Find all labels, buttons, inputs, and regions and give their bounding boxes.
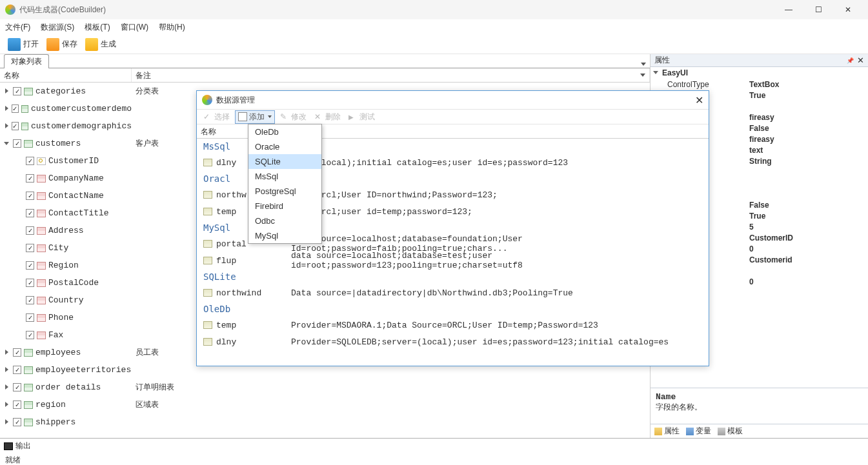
checkbox[interactable] [13,348,21,357]
menu-item-postgresql[interactable]: PostgreSql [248,184,321,199]
menu-file[interactable]: 文件(F) [5,22,30,33]
checkbox[interactable] [13,139,21,148]
expand-icon[interactable] [4,88,10,95]
maximize-button[interactable]: ☐ [803,0,833,19]
checkbox[interactable] [26,157,34,165]
expand-icon[interactable] [4,367,10,373]
checkbox[interactable] [13,418,21,426]
property-value: False [749,201,868,210]
check-icon [203,112,212,121]
connection-string: urce=orcl;user id=temp;password=123; [287,207,709,217]
select-button[interactable]: 选择 [201,111,232,123]
add-dropdown-menu: OleDbOracleSQLiteMsSqlPostgreSqlFirebird… [248,124,322,244]
column-icon [37,175,46,183]
datasource-name: northw [216,190,247,200]
modal-column-conn [287,124,709,138]
object-list-tab[interactable]: 对象列表 [4,54,49,68]
table-name: customers [35,139,81,148]
menu-template[interactable]: 模板(T) [85,22,110,33]
tab-templates[interactable]: 模板 [718,426,743,437]
delete-button[interactable]: 删除 [312,111,343,123]
menu-window[interactable]: 窗口(W) [121,22,148,33]
pin-icon[interactable] [847,55,853,62]
table-icon [24,401,33,409]
column-icon [37,192,46,200]
table-name: region [35,400,66,410]
checkbox[interactable] [26,296,34,304]
table-icon [24,88,33,95]
property-row[interactable]: ControlTypeTextBox [651,79,868,90]
checkbox[interactable] [26,192,34,200]
property-value: 5 [749,223,868,232]
checkbox[interactable] [13,383,21,391]
expand-icon[interactable] [653,70,660,76]
output-bar[interactable]: 输出 [0,438,868,453]
checkbox[interactable] [26,244,34,252]
datasource-row[interactable]: northwindData source=|datadirectory|db\N… [197,284,709,301]
expand-icon[interactable] [4,141,10,147]
open-button[interactable]: 打开 [5,37,41,52]
database-icon [203,257,212,264]
tab-dropdown-icon[interactable] [641,63,646,66]
variables-icon [686,428,694,435]
expand-icon[interactable] [4,384,10,391]
checkbox[interactable] [26,313,34,322]
column-name[interactable]: 名称 [0,68,132,82]
panel-close-icon[interactable]: ✕ [857,55,864,65]
checkbox[interactable] [13,87,21,95]
datasource-row[interactable]: flupdata source=localhost;database=test;… [197,252,709,269]
database-icon [203,159,212,166]
edit-button[interactable]: 修改 [278,111,309,123]
property-value: fireasy [749,135,868,144]
checkbox[interactable] [26,209,34,217]
table-row[interactable]: shippers [0,413,650,431]
checkbox[interactable] [12,104,19,113]
checkbox[interactable] [26,331,34,339]
checkbox[interactable] [26,226,34,235]
table-row[interactable]: order details订单明细表 [0,379,650,396]
menu-item-sqlite[interactable]: SQLite [248,154,321,169]
menu-item-mysql[interactable]: MySql [248,228,321,243]
table-name: customerdemographics [31,121,132,131]
datasource-row[interactable]: dlnyProvider=SQLOLEDB;server=(local);use… [197,333,709,350]
tab-variables[interactable]: 变量 [686,426,711,437]
table-icon [21,105,28,113]
property-category[interactable]: EasyUI [651,67,868,79]
table-icon [24,349,33,357]
menu-datasource[interactable]: 数据源(S) [41,22,74,33]
column-icon [37,314,46,322]
expand-icon[interactable] [4,106,9,112]
expand-icon[interactable] [4,123,9,130]
expand-icon[interactable] [4,419,10,426]
datasource-row[interactable]: tempProvider=MSDAORA.1;Data Source=ORCL;… [197,317,709,333]
menu-help[interactable]: 帮助(H) [159,22,185,33]
checkbox[interactable] [13,366,21,374]
generate-button[interactable]: 生成 [83,37,119,52]
tab-properties[interactable]: 属性 [654,426,680,437]
checkbox[interactable] [26,279,34,287]
table-remark: 区域表 [132,399,650,410]
menu-item-mssql[interactable]: MsSql [248,169,321,184]
status-bar: 就绪 [0,453,868,465]
menu-item-oracle[interactable]: Oracle [248,139,321,154]
table-icon [24,140,33,148]
menu-item-odbc[interactable]: Odbc [248,213,321,228]
menu-item-firebird[interactable]: Firebird [248,199,321,213]
add-button[interactable]: 添加 [235,110,275,124]
test-button[interactable]: 测试 [346,111,378,123]
minimize-button[interactable]: — [774,0,803,19]
table-name: shippers [35,417,76,427]
checkbox[interactable] [26,261,34,270]
checkbox[interactable] [26,174,34,183]
checkbox[interactable] [12,122,19,130]
close-button[interactable]: ✕ [833,0,863,19]
dialog-close-button[interactable]: ✕ [695,94,703,106]
database-icon [203,240,212,248]
save-button[interactable]: 保存 [44,37,80,52]
checkbox[interactable] [13,401,21,409]
expand-icon[interactable] [4,350,10,356]
menu-item-oledb[interactable]: OleDb [248,124,321,139]
column-remark[interactable]: 备注 [132,68,650,82]
table-row[interactable]: region区域表 [0,396,650,413]
expand-icon[interactable] [4,402,10,408]
